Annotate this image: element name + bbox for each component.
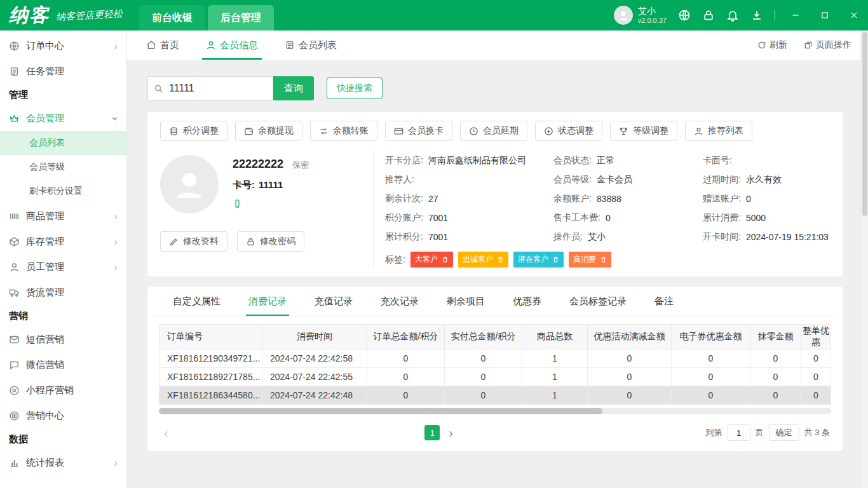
next-page-button[interactable]: › bbox=[449, 426, 453, 440]
globe-icon[interactable] bbox=[678, 9, 691, 22]
tab-member-tag-records[interactable]: 会员标签记录 bbox=[555, 287, 641, 316]
tab-coupons[interactable]: 优惠券 bbox=[499, 287, 555, 316]
table-row[interactable]: XF181612190349721... 2024-07-24 22:42:58… bbox=[159, 349, 831, 368]
sidebar-item-member-management[interactable]: 会员管理 › bbox=[0, 105, 126, 131]
sidebar-item-sms-marketing[interactable]: 短信营销 bbox=[0, 327, 126, 352]
cell: 0 bbox=[750, 386, 801, 405]
lock-icon[interactable] bbox=[702, 9, 715, 22]
tab-times-recharge-records[interactable]: 充次记录 bbox=[367, 287, 433, 316]
page-number-button[interactable]: 1 bbox=[424, 425, 440, 440]
user-avatar[interactable] bbox=[614, 6, 633, 25]
download-icon[interactable] bbox=[750, 9, 763, 22]
cell: 0 bbox=[588, 368, 672, 386]
points-adjust-button[interactable]: 积分调整 bbox=[160, 121, 227, 141]
info-label: 余额账户: bbox=[553, 193, 592, 205]
sidebar-item-label: 任务管理 bbox=[26, 65, 64, 78]
sidebar-item-label: 微信营销 bbox=[26, 359, 64, 371]
tab-member-info[interactable]: 会员信息 bbox=[202, 30, 262, 60]
sidebar-section-management: 管理 bbox=[0, 84, 126, 105]
search-button[interactable]: 查询 bbox=[273, 76, 314, 100]
refresh-button[interactable]: 刷新 bbox=[757, 39, 787, 51]
sidebar-item-logistics-management[interactable]: 货流管理 bbox=[0, 280, 126, 305]
tab-custom-attributes[interactable]: 自定义属性 bbox=[159, 287, 234, 316]
member-tag[interactable]: 高消费 bbox=[569, 252, 611, 268]
maximize-icon bbox=[820, 11, 829, 20]
status-adjust-button[interactable]: 状态调整 bbox=[535, 121, 602, 141]
tab-recharge-records[interactable]: 充值记录 bbox=[301, 287, 367, 316]
scrollbar-thumb[interactable] bbox=[159, 408, 602, 414]
sidebar-item-member-level[interactable]: 会员等级 bbox=[0, 155, 126, 179]
window-close-button[interactable] bbox=[845, 6, 863, 24]
member-tag[interactable]: 潜在客户 bbox=[513, 252, 564, 268]
card-replace-button[interactable]: 会员换卡 bbox=[385, 121, 452, 141]
tab-remaining-items[interactable]: 剩余项目 bbox=[433, 287, 499, 316]
trash-icon[interactable] bbox=[497, 256, 504, 263]
sidebar-item-card-points-settings[interactable]: 刷卡积分设置 bbox=[0, 179, 126, 203]
tab-member-list[interactable]: 会员列表 bbox=[281, 30, 341, 60]
trash-icon[interactable] bbox=[552, 256, 559, 263]
sidebar-item-miniprogram-marketing[interactable]: 小程序营销 bbox=[0, 377, 126, 403]
member-tags-row: 标签: 大客户 忠诚客户 潜在客户 bbox=[385, 252, 830, 268]
detail-tabs: 自定义属性 消费记录 充值记录 充次记录 剩余项目 优惠券 会员标签记录 备注 bbox=[154, 287, 836, 316]
edit-profile-button[interactable]: 修改资料 bbox=[160, 231, 227, 252]
refresh-icon bbox=[757, 41, 766, 50]
page-unit-label: 页 bbox=[756, 427, 764, 438]
cell: 0 bbox=[367, 349, 445, 368]
window-maximize-button[interactable] bbox=[816, 6, 834, 24]
level-adjust-button[interactable]: 等级调整 bbox=[610, 121, 677, 141]
sidebar-item-marketing-center[interactable]: 营销中心 bbox=[0, 403, 126, 428]
pagination: ‹ 1 › 到第 页 确定 共 3 条 bbox=[160, 424, 830, 441]
sidebar-item-statistics-report[interactable]: 统计报表 › bbox=[0, 450, 126, 475]
balance-transfer-button[interactable]: 余额转账 bbox=[310, 121, 377, 141]
edit-icon bbox=[169, 237, 179, 247]
bell-icon[interactable] bbox=[726, 9, 739, 22]
sidebar-item-inventory-management[interactable]: 库存管理 › bbox=[0, 229, 126, 254]
member-summary: 22222222 保密 卡号: 11111 bbox=[160, 151, 373, 268]
member-tag[interactable]: 大客户 bbox=[410, 252, 453, 268]
lock-icon bbox=[246, 237, 255, 247]
sidebar-item-wechat-marketing[interactable]: 微信营销 bbox=[0, 352, 126, 377]
cell-order-no: XF181612190349721... bbox=[159, 349, 262, 368]
tab-consumption-records[interactable]: 消费记录 bbox=[234, 287, 301, 316]
member-avatar[interactable] bbox=[160, 155, 219, 214]
info-label: 开卡时间: bbox=[703, 231, 741, 243]
sidebar-item-label: 营销中心 bbox=[26, 410, 64, 422]
sidebar-item-product-management[interactable]: 商品管理 › bbox=[0, 203, 126, 229]
wechat-icon bbox=[9, 360, 20, 370]
stats-icon bbox=[9, 458, 20, 468]
nav-tab-backend-admin[interactable]: 后台管理 bbox=[208, 5, 274, 30]
trash-icon[interactable] bbox=[600, 256, 607, 263]
quick-search-button[interactable]: 快捷搜索 bbox=[327, 78, 383, 99]
table-row[interactable]: XF181612189271785... 2024-07-24 22:42:55… bbox=[159, 368, 831, 386]
col-header: 抹零金额 bbox=[750, 325, 801, 349]
prev-page-button[interactable]: ‹ bbox=[160, 426, 172, 440]
table-row[interactable]: XF181612186344580... 2024-07-24 22:42:48… bbox=[159, 386, 831, 405]
tab-home[interactable]: 首页 bbox=[142, 30, 183, 60]
goto-page-input[interactable] bbox=[728, 424, 750, 441]
window-vertical-scrollbar[interactable] bbox=[860, 30, 868, 488]
table-horizontal-scrollbar[interactable] bbox=[159, 408, 831, 414]
member-tag[interactable]: 忠诚客户 bbox=[458, 252, 508, 268]
action-label: 余额转账 bbox=[333, 125, 369, 137]
tab-notes[interactable]: 备注 bbox=[641, 287, 688, 316]
balance-withdraw-button[interactable]: 余额提现 bbox=[235, 121, 302, 141]
sidebar-item-label: 员工管理 bbox=[26, 261, 64, 273]
sidebar-item-task-management[interactable]: 任务管理 bbox=[0, 58, 126, 84]
member-extend-button[interactable]: 会员延期 bbox=[460, 121, 527, 141]
referral-list-button[interactable]: 推荐列表 bbox=[685, 121, 752, 141]
search-icon bbox=[154, 84, 163, 93]
sidebar-item-staff-management[interactable]: 员工管理 › bbox=[0, 254, 126, 280]
edit-password-button[interactable]: 修改密码 bbox=[237, 231, 304, 252]
window-minimize-button[interactable] bbox=[787, 6, 804, 24]
goto-confirm-button[interactable]: 确定 bbox=[769, 424, 799, 441]
trash-icon[interactable] bbox=[442, 256, 449, 263]
nav-tab-front-cashier[interactable]: 前台收银 bbox=[139, 5, 205, 30]
cell: 0 bbox=[801, 368, 831, 386]
sidebar-item-order-center[interactable]: 订单中心 › bbox=[0, 33, 126, 58]
info-field: 积分账户:7001 bbox=[385, 208, 553, 227]
page-actions-button[interactable]: 页面操作 bbox=[804, 39, 851, 51]
tab-label: 会员信息 bbox=[220, 39, 258, 51]
scrollbar-thumb[interactable] bbox=[862, 32, 867, 216]
member-search-input[interactable] bbox=[168, 82, 263, 95]
sidebar-item-member-list[interactable]: 会员列表 bbox=[0, 131, 126, 155]
